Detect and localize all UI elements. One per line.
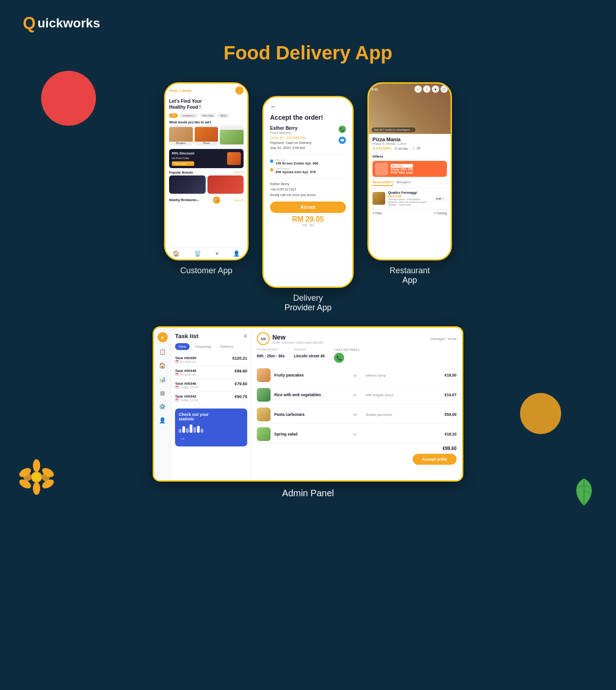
cs-view-all[interactable]: View All bbox=[234, 171, 244, 174]
cs-search-btn[interactable]: 🔍 bbox=[213, 196, 220, 204]
task-tab-delivery[interactable]: Delivery bbox=[217, 343, 237, 350]
cs-nav-profile[interactable]: 👤 bbox=[233, 250, 240, 257]
ti-contact-btn[interactable]: 📞 bbox=[334, 353, 344, 363]
admin-icon-bars[interactable]: ▦ bbox=[159, 389, 167, 397]
task-time-2: ⏰ Today, 10:40 bbox=[175, 386, 198, 389]
chart-bar-5 bbox=[193, 427, 196, 433]
task-tab-preparing[interactable]: Preparing bbox=[191, 343, 215, 350]
rs-sort-btn[interactable]: ≡ Sorting bbox=[434, 212, 447, 215]
ti-prep-label: Preparing time bbox=[257, 348, 285, 351]
chart-bar-4 bbox=[190, 425, 192, 433]
rs-tab-bestsellers[interactable]: Best-sellers bbox=[372, 180, 393, 186]
cs-food-pizza[interactable]: Pizza bbox=[195, 125, 218, 146]
task-item-0[interactable]: Task #00350 ⏰ As soon as €120.21 bbox=[175, 354, 247, 366]
task-time-3: ⏰ Today, 12:00 bbox=[175, 398, 198, 402]
ds-dest-dot bbox=[270, 168, 273, 171]
ds-back-btn[interactable]: ← bbox=[270, 103, 346, 110]
cs-nav-home[interactable]: 🏠 bbox=[173, 250, 180, 257]
rs-bottom-actions: ≡ Filter ≡ Sorting bbox=[369, 209, 451, 217]
cs-nearby-viewall[interactable]: View All bbox=[234, 199, 244, 202]
task-check-banner[interactable]: Check out your statistic → bbox=[175, 409, 247, 446]
admin-icon-home[interactable]: 🏠 bbox=[159, 361, 167, 370]
rs-time: 9:41 bbox=[372, 88, 378, 91]
rs-share-btn[interactable]: ↑ bbox=[423, 85, 430, 93]
phones-section: Phase 7, Mohali Let's Find Your Healthy … bbox=[0, 82, 616, 313]
ti-food-row-1: Rice with wok vegetables x1 with teriyak… bbox=[257, 386, 457, 404]
rs-offer-text1: Enjoy 15% Off! bbox=[391, 168, 413, 171]
ds-destination-row: Destination 856 Spinka Inlet Apt. 576 bbox=[270, 167, 346, 174]
rs-hero-bar: 9:41 ← ↑ ♥ 🛒 bbox=[369, 84, 451, 95]
cs-brands-grid bbox=[165, 175, 247, 196]
rs-restaurant-name: Pizza Mania bbox=[372, 137, 447, 142]
ds-title: Accept the order! bbox=[270, 114, 346, 121]
admin-icon-orders[interactable]: 📋 bbox=[159, 348, 167, 356]
cs-discount-img bbox=[227, 152, 241, 165]
admin-icon-person[interactable]: 👤 bbox=[159, 416, 167, 425]
ds-dest-address: 856 Spinka Inlet Apt. 576 bbox=[276, 170, 316, 174]
rs-hero: 9:41 ← ↑ ♥ 🛒 See all 7 trucks in chandig… bbox=[369, 84, 451, 134]
cs-food-burger[interactable]: Burgers bbox=[169, 125, 193, 146]
delivery-app-label: Delivery Provider App bbox=[284, 293, 331, 313]
ti-address-block: Address Lincoln street 45 bbox=[294, 348, 325, 363]
rs-info: Pizza Mania Phase 5, Mohali, 1.2Km ★ 4.8… bbox=[369, 134, 451, 154]
cs-brand-kfc[interactable] bbox=[207, 175, 244, 194]
task-item-1[interactable]: Task #00349 ⏰ As soon as €99.60 bbox=[175, 366, 247, 379]
cs-tab-nonveg[interactable]: Non-Veg bbox=[200, 113, 216, 118]
cs-section-eat: What would you like to eat? bbox=[165, 119, 247, 125]
chart-bar-3 bbox=[186, 428, 189, 433]
page-title: Food Delivery App bbox=[0, 42, 616, 64]
admin-sidebar: A 📋 🏠 📊 ▦ ⚙️ 👤 bbox=[154, 328, 171, 480]
ds-contact-name: Esther Berry bbox=[270, 182, 346, 186]
ds-call-icon[interactable]: 📞 bbox=[339, 126, 346, 133]
task-item-3[interactable]: Task #00342 ⏰ Today, 12:00 €90.75 bbox=[175, 392, 247, 405]
ds-accept-btn[interactable]: Accept bbox=[270, 202, 346, 213]
rs-hero-actions: ← ↑ ♥ 🛒 bbox=[414, 85, 448, 93]
cs-food-extra[interactable] bbox=[220, 125, 244, 146]
admin-icon-settings[interactable]: ⚙️ bbox=[159, 403, 167, 411]
cs-header: Phase 7, Mohali bbox=[165, 84, 247, 96]
cs-nav-favorites[interactable]: ♥ bbox=[215, 250, 218, 257]
rs-cart-btn[interactable]: 🛒 bbox=[441, 85, 448, 93]
ds-order-id: Order ID : #123489768 bbox=[270, 136, 312, 140]
ti-food-row-0: Fruity pancakes x2 without syrup €18,50 bbox=[257, 366, 457, 384]
task-tab-new[interactable]: New bbox=[175, 343, 190, 350]
rs-product-img bbox=[372, 192, 385, 205]
ti-info-row: Preparing time 00h : 25m : 30s Address L… bbox=[257, 348, 457, 363]
task-chart-mini bbox=[179, 424, 244, 433]
ti-food-name-1: Rice with wok vegetables bbox=[274, 393, 350, 397]
task-price-3: €90.75 bbox=[234, 394, 247, 399]
task-panel-header: Task list ≡ bbox=[175, 332, 247, 340]
cs-nav-orders[interactable]: 🗑️ bbox=[194, 250, 201, 257]
ti-total-row: €99.60 bbox=[257, 443, 457, 454]
ti-accept-btn[interactable]: Accept order bbox=[413, 454, 457, 465]
cs-tab-cuisines[interactable]: Cuisines + bbox=[180, 113, 198, 118]
logo-text: uickworks bbox=[37, 16, 100, 31]
rs-see-all[interactable]: See all 7 trucks in chandigarh → bbox=[372, 127, 415, 132]
check-arrow-icon: → bbox=[179, 435, 244, 443]
ti-phone-value: +424 56778912 bbox=[334, 348, 360, 352]
cs-tab-more[interactable]: More bbox=[218, 113, 229, 118]
rs-filter-btn[interactable]: ≡ Filter bbox=[372, 212, 382, 215]
task-time-1: ⏰ As soon as bbox=[175, 373, 196, 377]
ds-message-icon[interactable]: 💬 bbox=[339, 137, 346, 144]
task-item-2[interactable]: Task #00346 ⏰ Today, 10:40 €79.50 bbox=[175, 379, 247, 392]
customer-app-label: Customer App bbox=[180, 266, 232, 276]
rs-offers-label: Offers bbox=[369, 154, 451, 159]
cs-nearby-label: Nearby Restauran... bbox=[169, 198, 199, 202]
ti-food-row-2: Pasta carbonara x5 double parmesan €50,0… bbox=[257, 406, 457, 424]
cs-claim-btn[interactable]: Claim Now bbox=[172, 161, 194, 166]
ds-contact-note: Kindly call me once you arrive bbox=[270, 193, 346, 197]
rs-offer-card: New User Enjoy 15% Off! First time User bbox=[372, 161, 447, 177]
rs-fav-btn[interactable]: ♥ bbox=[432, 85, 439, 93]
task-panel-menu-icon[interactable]: ≡ bbox=[244, 332, 247, 340]
rs-add-btn[interactable]: Add + bbox=[433, 196, 447, 202]
cs-tab-all[interactable]: All bbox=[169, 113, 178, 118]
rs-tab-burgers[interactable]: Burgers bbox=[397, 180, 411, 186]
admin-icon-chart[interactable]: 📊 bbox=[159, 375, 167, 383]
rs-back-btn[interactable]: ← bbox=[414, 85, 422, 93]
task-price-2: €79.50 bbox=[234, 382, 247, 386]
cs-nearby-header: Nearby Restauran... 🔍 View All bbox=[165, 196, 247, 205]
cs-brand-dominos[interactable] bbox=[169, 175, 206, 194]
task-price-0: €120.21 bbox=[232, 356, 247, 361]
task-id-1: Task #00349 bbox=[175, 369, 196, 373]
